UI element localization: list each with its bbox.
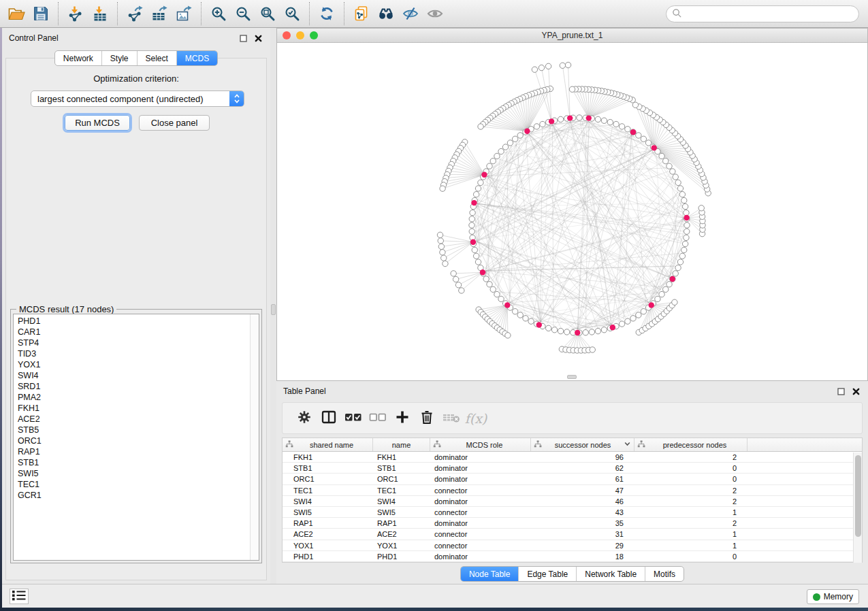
memory-button[interactable]: Memory [807, 589, 859, 604]
network-splitter-handle[interactable] [567, 375, 577, 379]
hide-selected-button[interactable] [398, 1, 423, 26]
search-box[interactable] [666, 5, 859, 22]
mcds-result-item[interactable]: GCR1 [14, 490, 250, 501]
table-scrollbar[interactable] [853, 452, 862, 563]
mcds-result-item[interactable]: STP4 [14, 337, 250, 348]
delete-column-button[interactable] [415, 406, 439, 431]
delete-table-button[interactable] [439, 406, 464, 431]
table-row[interactable]: TEC1TEC1connector472 [283, 485, 862, 496]
table-row[interactable]: SWI5SWI5connector431 [283, 507, 862, 518]
tab-network[interactable]: Network [55, 51, 101, 65]
open-file-button[interactable] [4, 1, 29, 26]
mcds-result-item[interactable]: RAP1 [14, 446, 250, 457]
duplicate-network-button[interactable] [349, 1, 374, 26]
table-row[interactable]: PHD1PHD1dominator180 [283, 551, 862, 562]
refresh-button[interactable] [315, 1, 339, 26]
dominator-node [471, 200, 477, 205]
tab-mcds[interactable]: MCDS [176, 51, 217, 65]
import-table-button[interactable] [88, 1, 112, 26]
mcds-result-item[interactable]: SRD1 [14, 381, 250, 392]
splitter-handle[interactable] [271, 304, 276, 315]
mcds-result-item[interactable]: ACE2 [14, 414, 250, 425]
export-image-button[interactable] [172, 1, 196, 26]
mcds-result-item[interactable]: CAR1 [14, 327, 250, 337]
table-panel-title: Table Panel [283, 386, 831, 396]
network-canvas[interactable] [277, 43, 867, 380]
mcds-result-list[interactable]: PHD1CAR1STP4TID3YOX1SWI4SRD1PMA2FKH1ACE2… [13, 314, 259, 561]
dominator-node [575, 330, 580, 335]
tab-edge-table[interactable]: Edge Table [518, 567, 576, 581]
table-panel-close-button[interactable] [850, 386, 861, 396]
split-columns-button[interactable] [317, 406, 341, 431]
control-panel-float-button[interactable] [238, 33, 248, 43]
show-all-button[interactable] [423, 1, 447, 26]
mcds-result-item[interactable]: PHD1 [14, 316, 250, 327]
save-button[interactable] [29, 1, 53, 26]
table-row[interactable]: SWI4SWI4dominator462 [283, 496, 862, 507]
refresh-icon [319, 5, 335, 22]
mcds-result-item[interactable]: FKH1 [14, 403, 250, 414]
control-panel-close-button[interactable] [253, 33, 263, 43]
table-cell: 61 [531, 474, 634, 484]
import-network-button[interactable] [63, 1, 88, 26]
window-maximize-button[interactable] [310, 31, 318, 39]
close-panel-button[interactable]: Close panel [139, 115, 210, 131]
tab-node-table[interactable]: Node Table [461, 567, 519, 581]
search-input[interactable] [682, 7, 858, 21]
mcds-result-item[interactable]: SWI4 [14, 370, 250, 381]
table-scrollbar-thumb[interactable] [855, 455, 861, 537]
function-builder-button[interactable]: f(x) [464, 406, 488, 431]
mcds-list-scrollbar[interactable] [250, 314, 259, 560]
column-header-shared-name[interactable]: shared name [283, 438, 373, 451]
column-header-MCDS-role[interactable]: MCDS role [430, 438, 531, 451]
optimization-criterion-label: Optimization criterion: [6, 73, 266, 84]
task-history-button[interactable] [10, 589, 29, 604]
table-row[interactable]: RAP1RAP1dominator352 [283, 518, 862, 529]
network-graph[interactable] [277, 43, 867, 380]
column-header-name[interactable]: name [373, 438, 430, 451]
table-panel-float-button[interactable] [835, 386, 846, 396]
window-minimize-button[interactable] [296, 31, 304, 39]
tab-style[interactable]: Style [101, 51, 137, 65]
tab-network-table[interactable]: Network Table [576, 567, 645, 581]
mcds-result-item[interactable]: ORC1 [14, 435, 250, 446]
zoom-fit-button[interactable] [255, 1, 280, 26]
table-row[interactable]: ACE2ACE2connector311 [283, 529, 862, 540]
table-cell: 31 [531, 529, 634, 539]
optimization-criterion-dropdown[interactable]: largest connected component (undirected) [31, 90, 244, 107]
mcds-result-item[interactable]: STB5 [14, 425, 250, 435]
export-table-button[interactable] [147, 1, 172, 26]
mcds-result-item[interactable]: PMA2 [14, 392, 250, 403]
table-row[interactable]: STB1STB1dominator620 [283, 463, 862, 474]
table-row[interactable]: YOX1YOX1connector291 [283, 540, 862, 551]
export-network-button[interactable] [123, 1, 147, 26]
zoom-selected-button[interactable] [280, 1, 304, 26]
gear-button[interactable] [292, 406, 317, 431]
network-window-titlebar[interactable]: YPA_prune.txt_1 [277, 29, 867, 43]
table-cell: dominator [430, 474, 531, 484]
mcds-result-item[interactable]: STB1 [14, 457, 250, 468]
deselect-all-button[interactable] [366, 406, 390, 431]
run-mcds-button[interactable]: Run MCDS [65, 115, 130, 131]
select-all-icon [344, 409, 362, 427]
mcds-result-item[interactable]: TEC1 [14, 479, 250, 490]
panel-splitter[interactable] [270, 28, 276, 584]
mcds-result-item[interactable]: YOX1 [14, 359, 250, 370]
find-network-button[interactable] [374, 1, 398, 26]
window-close-button[interactable] [283, 31, 291, 39]
column-header-successor-nodes[interactable]: successor nodes [531, 438, 634, 451]
column-header-predecessor-nodes[interactable]: predecessor nodes [634, 438, 748, 451]
table-row[interactable]: ORC1ORC1dominator610 [283, 474, 862, 484]
mcds-result-item[interactable]: SWI5 [14, 468, 250, 479]
table-cell: 46 [531, 496, 634, 506]
zoom-in-button[interactable] [206, 1, 231, 26]
select-all-button[interactable] [341, 406, 366, 431]
mcds-result-item[interactable]: TID3 [14, 348, 250, 359]
zoom-out-button[interactable] [231, 1, 255, 26]
table-row[interactable]: FKH1FKH1dominator962 [283, 452, 862, 463]
add-column-button[interactable] [390, 406, 415, 431]
export-table-icon [151, 5, 167, 22]
tab-motifs[interactable]: Motifs [645, 567, 684, 581]
tab-select[interactable]: Select [137, 51, 176, 65]
table-cell: YOX1 [283, 540, 373, 550]
